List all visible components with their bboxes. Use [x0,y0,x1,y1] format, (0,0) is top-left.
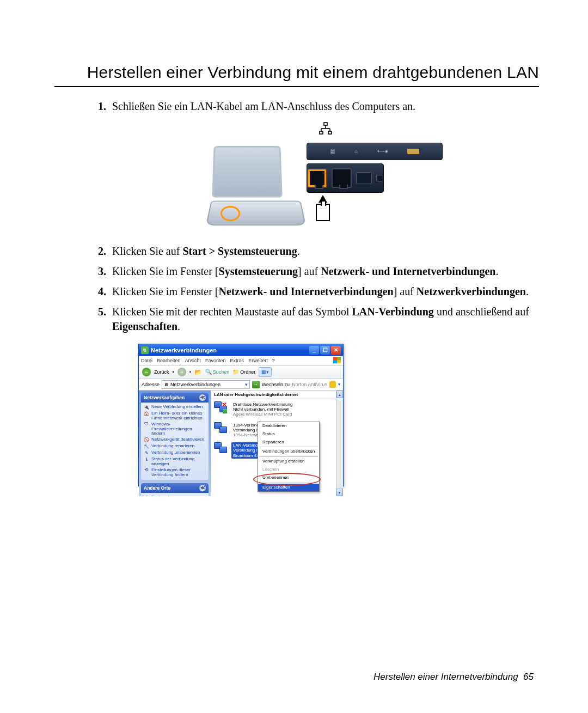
step-3-t3: . [495,265,498,277]
ctx-properties[interactable]: Eigenschaften [258,484,319,492]
collapse-icon-2[interactable]: ≪ [199,485,206,491]
group-header: LAN oder Hochgeschwindigkeitsinternet [211,391,336,399]
address-dropdown-icon[interactable]: ▾ [245,381,248,388]
step-4-t1: Klicken Sie im Fenster [ [112,285,219,297]
task-rename[interactable]: ✎Verbindung umbenennen [144,450,206,456]
connection-wireless-icon: ✕ [214,401,228,413]
address-label: Adresse [142,381,160,388]
view-button[interactable]: ▦▾ [259,367,272,377]
search-button[interactable]: Suchen [205,368,230,376]
panel-other-places: Andere Orte ≪ ⚙Systemsteuerung 🌐Netzwerk… [141,483,209,496]
minimize-button[interactable]: _ [309,346,319,355]
panel-other-places-header[interactable]: Andere Orte ≪ [141,483,209,493]
ctx-bridge[interactable]: Verbindungen überbrücken [258,448,319,456]
menu-help[interactable]: ? [272,357,275,364]
document-page: Herstellen einer Verbindung mit einem dr… [0,0,588,713]
scroll-up-icon[interactable]: ▴ [336,391,343,398]
svg-rect-0 [324,123,327,125]
task-disable-label: Netzwerkgerät deaktivieren [151,437,204,442]
window-title: Netzwerkverbindungen [151,346,217,355]
connection-lan-icon [214,442,228,454]
collapse-icon[interactable]: ≪ [199,394,206,401]
maximize-button[interactable]: ☐ [320,346,330,355]
step-5-b1: LAN-Verbindung [352,306,433,318]
ctx-disable[interactable]: Deaktivieren [258,422,319,430]
screenshot-window: ↯ Netzwerkverbindungen _ ☐ ✕ Datei Bearb… [138,344,344,486]
task-status[interactable]: ℹStatus der Verbindung anzeigen [144,456,206,467]
step-2-post: . [297,245,300,257]
go-button[interactable]: → [252,381,260,388]
step-4-b2: Netzwerkverbindungen [416,285,526,297]
back-button[interactable]: ← [142,368,151,376]
step-3-b1: Systemsteuerung [219,265,298,277]
search-label: Suchen [213,369,230,375]
step-4: Klicken Sie im Fenster [Netzwerk- und In… [109,284,539,299]
svg-rect-6 [328,131,332,134]
menu-file[interactable]: Datei [141,357,152,364]
figure-lan-port: 몲 ⌂ ⟵● [112,121,539,230]
menu-advanced[interactable]: Erweitert [248,357,268,364]
connection-1394-icon [214,422,228,434]
svg-rect-5 [320,131,323,134]
menubar: Datei Bearbeiten Ansicht Favoriten Extra… [139,356,343,365]
menu-view[interactable]: Ansicht [185,357,201,364]
place-controlpanel-label: Systemsteuerung [151,495,185,496]
connection-wireless-status: Nicht verbunden, mit Firewall [233,407,292,412]
task-rename-label: Verbindung umbenennen [151,450,200,455]
panel-net-tasks: Netzwerkaufgaben ≪ 🔌Neue Verbindung erst… [141,393,209,480]
menu-favorites[interactable]: Favoriten [205,357,226,364]
step-4-b1: Netzwerk- und Internetverbindungen [219,285,394,297]
page-footer: Herstellen einer Internetverbindung 65 [373,672,534,682]
panel-net-tasks-header[interactable]: Netzwerkaufgaben ≪ [141,393,209,403]
panel-other-places-title: Andere Orte [144,485,170,491]
task-settings[interactable]: ⚙Einstellungen dieser Verbindung ändern [144,467,206,478]
menu-extras[interactable]: Extras [230,357,244,364]
norton-dropdown-icon[interactable]: ▾ [338,382,340,388]
task-firewall[interactable]: 🛡Windows-Firewalleinstellungen ändern [144,422,206,437]
ctx-repair[interactable]: Reparieren [258,438,319,447]
norton-label: Norton AntiVirus [292,381,327,388]
context-menu: Deaktivieren Status Reparieren Verbindun… [258,422,320,492]
menu-edit[interactable]: Bearbeiten [157,357,181,364]
ctx-rename[interactable]: Umbenennen [258,474,319,482]
toolbar: ← Zurück • → • 📂 Suchen Ordner ▦▾ [139,365,343,379]
folder-up-icon[interactable]: 📂 [194,368,202,376]
connection-wireless[interactable]: ✕ Drahtlose Netzwerkverbindung Nicht ver… [211,399,336,420]
forward-button[interactable]: → [177,368,186,376]
folders-button[interactable]: Ordner [232,368,255,376]
task-repair-label: Verbindung reparieren [151,444,194,449]
step-2-pre: Klicken Sie auf [112,245,182,257]
port-panel-illustration: 몲 ⌂ ⟵● [307,143,443,223]
scroll-down-icon[interactable]: ▾ [336,489,343,496]
norton-icon [329,381,336,388]
close-button[interactable]: ✕ [331,346,341,355]
step-5-t2: und anschließend auf [434,306,529,318]
place-controlpanel[interactable]: ⚙Systemsteuerung [144,495,206,496]
step-3-b2: Netzwerk- und Internetverbindungen [321,265,495,277]
scrollbar[interactable]: ▴ ▾ [336,391,343,496]
ctx-status[interactable]: Status [258,430,319,438]
task-new-connection[interactable]: 🔌Neue Verbindung erstellen [144,404,206,411]
footer-section: Herstellen einer Internetverbindung [373,672,518,682]
address-combo[interactable]: 🖥 Netzwerkverbindungen ▾ [162,380,250,389]
step-4-t3: . [526,285,529,297]
lan-symbol-icon [318,121,333,139]
go-label: Wechseln zu [262,381,290,388]
back-label: Zurück [154,369,169,375]
task-status-label: Status der Verbindung anzeigen [151,457,206,467]
ctx-shortcut[interactable]: Verknüpfung erstellen [258,458,319,466]
step-2-bold: Start > Systemsteuerung [182,245,297,257]
task-settings-label: Einstellungen dieser Verbindung ändern [151,468,206,478]
window-icon: ↯ [141,346,149,354]
task-disable[interactable]: 🚫Netzwerkgerät deaktivieren [144,437,206,443]
address-icon: 🖥 [164,381,169,388]
connection-wireless-title: Drahtlose Netzwerkverbindung [233,402,292,407]
ctx-delete[interactable]: Löschen [258,466,319,474]
task-repair[interactable]: 🔧Verbindung reparieren [144,443,206,450]
footer-page-number: 65 [523,672,534,682]
step-5-b2: Eigenschaften [112,320,177,332]
step-3-t2: ] auf [298,265,321,277]
task-home-network[interactable]: 🏠Ein Heim- oder ein kleines Firmennetzwe… [144,411,206,422]
title-rule [54,86,539,87]
step-5-t1: Klicken Sie mit der rechten Maustaste au… [112,306,352,318]
